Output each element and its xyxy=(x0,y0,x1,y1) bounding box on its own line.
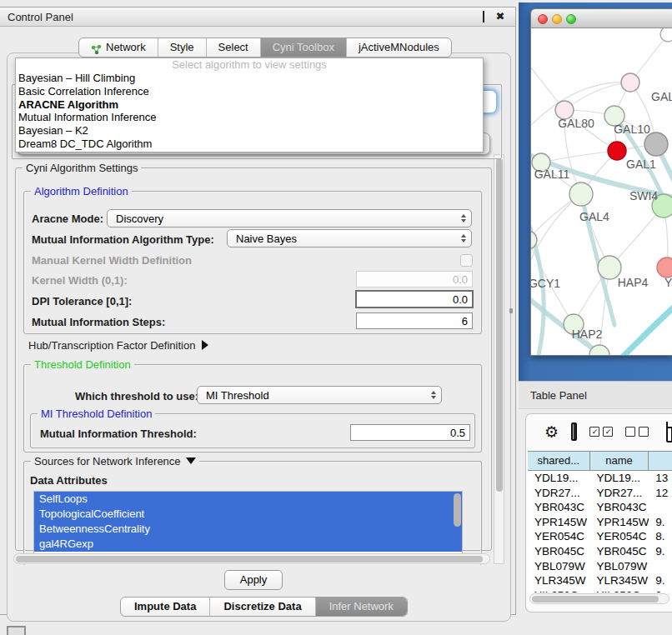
table-cell: 9 xyxy=(649,588,672,592)
tab-label: Select xyxy=(218,38,248,57)
attribute-item[interactable]: BetweennessCentrality xyxy=(34,522,462,537)
network-edge[interactable] xyxy=(564,82,630,110)
hub-factor-label: Hub/Transcription Factor Definition xyxy=(28,339,195,352)
table-row[interactable]: YER054CYER054C8. xyxy=(528,529,672,544)
which-threshold-combo[interactable]: MI Threshold xyxy=(197,386,442,404)
node-label-gal4: GAL4 xyxy=(579,210,609,223)
network-edge[interactable] xyxy=(609,206,664,268)
mi-algorithm-type-combo[interactable]: Naive Bayes xyxy=(227,229,472,248)
table-hscrollbar-thumb[interactable] xyxy=(532,596,659,602)
node-label-hap4: HAP4 xyxy=(618,276,649,289)
mi-threshold-field[interactable]: 0.5 xyxy=(350,424,470,441)
node-label-gal80: GAL80 xyxy=(558,117,594,130)
network-edge-thick[interactable] xyxy=(619,305,672,355)
apply-button[interactable]: Apply xyxy=(224,570,283,590)
bottom-tab-infer-network[interactable]: Infer Network xyxy=(316,598,407,616)
table-cell: YLR345W xyxy=(528,573,589,588)
panel-divider-handle[interactable] xyxy=(509,308,513,313)
table-panel-title: Table Panel xyxy=(530,389,587,402)
table-row[interactable]: YLR345WYLR345W9. xyxy=(528,573,672,588)
manual-kernel-checkbox[interactable] xyxy=(460,254,473,267)
network-edge[interactable] xyxy=(541,151,617,162)
settings-vscrollbar-thumb[interactable] xyxy=(496,158,503,492)
gear-icon[interactable]: ⚙ xyxy=(544,423,559,440)
document-icon[interactable] xyxy=(666,422,672,442)
network-node-gray-node[interactable] xyxy=(644,132,668,156)
table-hscrollbar[interactable] xyxy=(529,593,669,604)
table-panel-header[interactable]: Table Panel xyxy=(519,381,672,409)
network-node-gal4[interactable] xyxy=(569,182,593,206)
settings-hscrollbar-thumb[interactable] xyxy=(16,556,483,562)
tab-label: Network xyxy=(106,38,146,57)
tab-jactivemnodules[interactable]: jActiveMNodules xyxy=(347,38,451,57)
network-canvas[interactable]: GALGAL80GAL10GAL1GAL11SWI4GAL4GCY1HAP4YH… xyxy=(531,28,672,355)
list-scrollbar-thumb[interactable] xyxy=(454,493,461,527)
column-header-extra[interactable] xyxy=(649,452,672,470)
table-cell: YBR045C xyxy=(589,544,649,559)
table-cell: YER054C xyxy=(528,529,589,544)
aracne-mode-combo[interactable]: Discovery xyxy=(107,209,472,228)
tab-select[interactable]: Select xyxy=(207,38,261,57)
node-label-gcy1: GCY1 xyxy=(531,277,560,290)
network-node-gal1[interactable] xyxy=(608,142,626,160)
tab-cyni-toolbox[interactable]: Cyni Toolbox xyxy=(261,38,347,57)
tab-style[interactable]: Style xyxy=(158,38,207,57)
table-row[interactable]: YIL052CYIL052C9 xyxy=(528,588,672,592)
table-cell: YBL079W xyxy=(589,559,649,574)
kernel-width-field[interactable]: 0.0 xyxy=(356,271,473,288)
which-threshold-label: Which threshold to use: xyxy=(75,390,198,402)
network-window-titlebar[interactable] xyxy=(531,9,672,28)
expanded-arrow-icon xyxy=(186,458,196,464)
settings-hscrollbar[interactable] xyxy=(13,553,490,564)
network-node-gal2[interactable] xyxy=(621,73,639,92)
algorithm-option[interactable]: ARACNE Algorithm xyxy=(16,98,483,112)
table-row[interactable]: YPR145WYPR145W9. xyxy=(528,515,672,530)
sources-title-row[interactable]: Sources for Network Inference xyxy=(31,455,199,468)
mi-steps-field[interactable]: 6 xyxy=(356,312,473,329)
zoom-traffic-light-icon[interactable] xyxy=(566,14,576,24)
table-row[interactable]: YBL079WYBL079W xyxy=(528,559,672,574)
table-cell: YER054C xyxy=(589,529,649,544)
close-panel-icon[interactable]: ✖ xyxy=(495,12,505,22)
data-attributes-list[interactable]: SelfLoopsTopologicalCoefficientBetweenne… xyxy=(33,491,463,556)
close-traffic-light-icon[interactable] xyxy=(538,14,548,24)
bottom-tab-impute-data[interactable]: Impute Data xyxy=(121,598,210,616)
settings-vscrollbar[interactable] xyxy=(494,154,504,564)
table-row[interactable]: YDL19...YDL19...13 xyxy=(528,471,672,486)
deselect-all-icon[interactable] xyxy=(625,427,649,437)
attribute-item[interactable]: gal4RGexp xyxy=(34,537,462,552)
column-header-shared...[interactable]: shared... xyxy=(528,452,590,470)
table-toolbar: ⚙ ✓✓ xyxy=(526,414,672,449)
table-header-row: shared...name xyxy=(528,451,672,471)
hub-factor-section[interactable]: Hub/Transcription Factor Definition xyxy=(28,339,208,352)
select-all-icon[interactable]: ✓✓ xyxy=(589,427,613,437)
attribute-item[interactable]: TopologicalCoefficient xyxy=(34,507,462,522)
table-cell: 9. xyxy=(649,515,672,530)
table-row[interactable]: YBR043CYBR043C xyxy=(528,500,672,515)
bottom-tab-discretize-data[interactable]: Discretize Data xyxy=(210,598,315,616)
network-node-salmon[interactable] xyxy=(657,258,672,278)
network-icon xyxy=(91,42,102,53)
algorithm-option[interactable]: Mutual Information Inference xyxy=(16,111,483,124)
algorithm-option[interactable]: Bayesian – Hill Climbing xyxy=(16,72,483,85)
table-row[interactable]: YDR27...YDR27...12 xyxy=(528,486,672,501)
algorithm-option[interactable]: Bayesian – K2 xyxy=(16,124,483,138)
split-columns-icon[interactable] xyxy=(571,422,577,441)
control-panel-titlebar[interactable]: Control Panel ✖ xyxy=(0,8,515,27)
column-header-name[interactable]: name xyxy=(590,452,649,470)
minimize-traffic-light-icon[interactable] xyxy=(552,14,562,24)
attribute-item[interactable]: SelfLoops xyxy=(34,492,462,507)
tab-network[interactable]: Network xyxy=(79,38,158,57)
tab-label: Cyni Toolbox xyxy=(273,38,334,57)
table-row[interactable]: YBR045CYBR045C9. xyxy=(528,544,672,559)
table-cell: YDR27... xyxy=(589,486,649,501)
algorithm-option[interactable]: Dream8 DC_TDC Algorithm xyxy=(16,138,483,151)
dpi-tolerance-field[interactable]: 0.0 xyxy=(355,290,474,308)
cyni-settings-area: Cyni Algorithm Settings Algorithm Defini… xyxy=(8,154,492,564)
algorithm-option[interactable]: Basic Correlation Inference xyxy=(16,85,483,98)
mi-algorithm-type-value: Naive Bayes xyxy=(228,232,456,245)
float-window-icon[interactable] xyxy=(479,12,489,22)
collapsed-panel-icon[interactable] xyxy=(7,626,26,635)
aracne-mode-value: Discovery xyxy=(108,212,456,225)
network-node-top-partial[interactable] xyxy=(660,28,672,42)
